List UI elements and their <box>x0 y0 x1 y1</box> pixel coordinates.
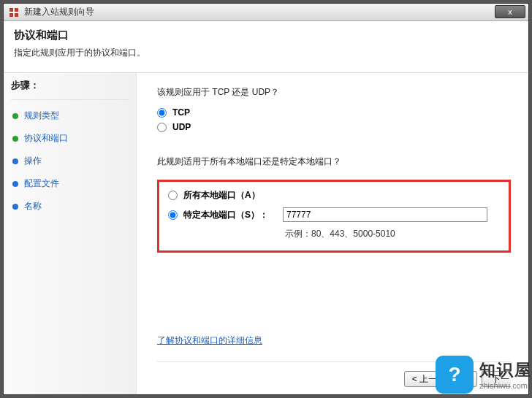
step-protocol-port[interactable]: 协议和端口 <box>11 127 129 150</box>
close-button[interactable]: x <box>495 5 525 18</box>
bullet-icon <box>12 204 18 210</box>
specific-ports-radio[interactable] <box>168 210 178 220</box>
step-label: 名称 <box>24 200 42 213</box>
watermark-text: 知识屋 zhishiwu.com <box>479 359 532 390</box>
content-pane: 该规则应用于 TCP 还是 UDP？ TCP UDP 此规则适用于所有本地端口还… <box>137 73 528 394</box>
port-input[interactable] <box>283 207 487 222</box>
watermark-cn: 知识屋 <box>479 359 532 381</box>
wizard-window: 新建入站规则向导 x 协议和端口 指定此规则应用于的协议和端口。 步骤： 规则类… <box>3 3 529 395</box>
tcp-option[interactable]: TCP <box>157 107 511 118</box>
tcp-radio[interactable] <box>157 108 167 118</box>
watermark: ? 知识屋 zhishiwu.com <box>436 356 532 394</box>
udp-label: UDP <box>172 122 191 132</box>
bullet-icon <box>12 113 18 119</box>
titlebar-title: 新建入站规则向导 <box>24 6 94 18</box>
step-label: 规则类型 <box>24 110 59 122</box>
step-action[interactable]: 操作 <box>11 150 129 172</box>
bullet-icon <box>12 181 18 187</box>
all-ports-label: 所有本地端口（A） <box>183 190 260 200</box>
step-name[interactable]: 名称 <box>11 195 129 218</box>
bullet-icon <box>12 136 18 142</box>
step-label: 操作 <box>24 155 42 167</box>
udp-radio[interactable] <box>157 123 167 132</box>
page-title: 协议和端口 <box>14 28 518 42</box>
firewall-icon <box>8 7 20 18</box>
specific-ports-label: 特定本地端口（S）： <box>183 210 268 220</box>
learn-more-link[interactable]: 了解协议和端口的详细信息 <box>157 334 511 347</box>
page-desc: 指定此规则应用于的协议和端口。 <box>14 47 518 59</box>
protocol-question: 该规则应用于 TCP 还是 UDP？ <box>157 86 511 99</box>
step-profile[interactable]: 配置文件 <box>11 172 129 195</box>
port-example: 示例：80、443、5000-5010 <box>285 228 500 240</box>
step-label: 配置文件 <box>24 177 59 190</box>
wizard-header: 协议和端口 指定此规则应用于的协议和端口。 <box>4 21 528 73</box>
wizard-body: 步骤： 规则类型 协议和端口 操作 配置文件 名称 <box>4 73 528 394</box>
watermark-badge-icon: ? <box>436 356 474 394</box>
step-label: 协议和端口 <box>24 132 68 145</box>
tcp-label: TCP <box>172 107 190 118</box>
all-ports-option[interactable]: 所有本地端口（A） <box>168 189 500 202</box>
divider <box>11 99 129 100</box>
watermark-url: zhishiwu.com <box>479 381 532 390</box>
port-scope-question: 此规则适用于所有本地端口还是特定本地端口？ <box>157 156 511 168</box>
step-rule-type[interactable]: 规则类型 <box>11 104 129 127</box>
udp-option[interactable]: UDP <box>157 122 511 132</box>
steps-sidebar: 步骤： 规则类型 协议和端口 操作 配置文件 名称 <box>4 73 137 394</box>
bullet-icon <box>12 158 18 164</box>
steps-heading: 步骤： <box>11 79 129 92</box>
specific-ports-option[interactable]: 特定本地端口（S）： <box>168 207 500 222</box>
titlebar: 新建入站规则向导 x <box>4 4 528 21</box>
all-ports-radio[interactable] <box>168 191 178 200</box>
highlighted-port-section: 所有本地端口（A） 特定本地端口（S）： 示例：80、443、5000-5010 <box>157 180 511 253</box>
